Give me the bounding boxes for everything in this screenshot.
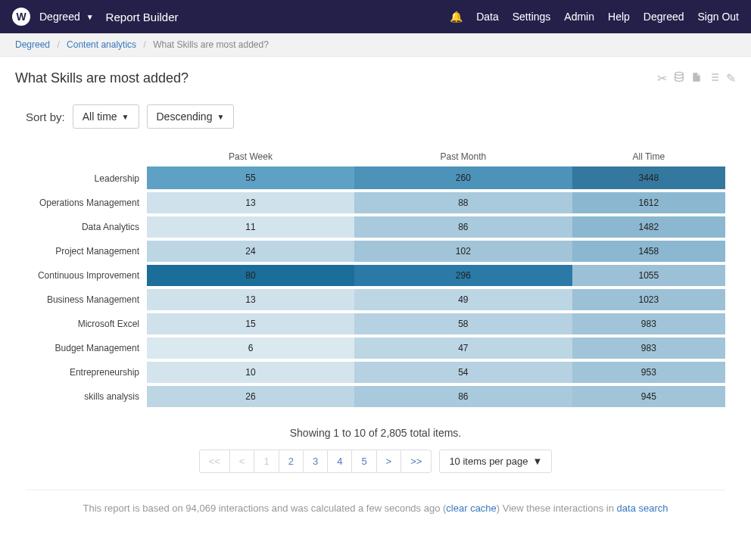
heatmap-cell[interactable]: 3448 (572, 166, 725, 191)
table-row: Microsoft Excel1558983 (26, 312, 725, 336)
brand-dropdown[interactable]: Degreed ▼ (39, 11, 94, 23)
heatmap-cell[interactable]: 10 (147, 360, 354, 384)
breadcrumb-item-3: What Skills are most added? (153, 39, 269, 50)
items-per-page-select[interactable]: 10 items per page ▼ (439, 450, 552, 473)
breadcrumb: Degreed / Content analytics / What Skill… (0, 33, 751, 57)
brand-label: Degreed (39, 11, 80, 23)
column-header: Past Month (354, 147, 572, 166)
heatmap-cell[interactable]: 88 (354, 191, 572, 215)
top-nav: 🔔 Data Settings Admin Help Degreed Sign … (450, 11, 739, 23)
heatmap-cell[interactable]: 1482 (572, 215, 725, 239)
sort-direction-select[interactable]: Descending ▼ (147, 104, 235, 129)
breadcrumb-item-1[interactable]: Degreed (15, 39, 50, 50)
heatmap-cell[interactable]: 6 (147, 336, 354, 360)
heatmap-cell[interactable]: 11 (147, 215, 354, 239)
nav-data[interactable]: Data (476, 11, 499, 23)
heatmap-cell[interactable]: 13 (147, 191, 354, 215)
brand-logo[interactable]: W (12, 8, 30, 26)
page-5-button[interactable]: 5 (351, 450, 376, 473)
heatmap-cell[interactable]: 58 (354, 312, 572, 336)
topbar: W Degreed ▼ Report Builder 🔔 Data Settin… (0, 0, 751, 33)
page-prev-button[interactable]: < (229, 450, 255, 473)
page-2-button[interactable]: 2 (279, 450, 304, 473)
caret-down-icon: ▼ (532, 456, 542, 467)
page-next-button[interactable]: > (376, 450, 402, 473)
document-icon[interactable] (691, 71, 702, 86)
nav-signout[interactable]: Sign Out (698, 11, 739, 23)
heatmap-cell[interactable]: 47 (354, 336, 572, 360)
clear-cache-link[interactable]: clear cache (446, 502, 496, 514)
row-label: Operations Management (26, 191, 147, 215)
heatmap-cell[interactable]: 102 (354, 239, 572, 263)
row-label: Budget Management (26, 336, 147, 360)
breadcrumb-item-2[interactable]: Content analytics (67, 39, 136, 50)
nav-admin[interactable]: Admin (564, 11, 594, 23)
app-title: Report Builder (106, 11, 179, 23)
heatmap-cell[interactable]: 983 (572, 336, 725, 360)
table-row: Operations Management13881612 (26, 191, 725, 215)
page-last-button[interactable]: >> (400, 450, 432, 473)
page-1-button[interactable]: 1 (254, 450, 279, 473)
sort-field-value: All time (83, 110, 117, 123)
heatmap-cell[interactable]: 86 (354, 215, 572, 239)
page-3-button[interactable]: 3 (303, 450, 328, 473)
heatmap-cell[interactable]: 24 (147, 239, 354, 263)
heatmap-cell[interactable]: 26 (147, 384, 354, 409)
table-row: Project Management241021458 (26, 239, 725, 263)
scissors-icon[interactable]: ✂ (657, 71, 667, 86)
heatmap-cell[interactable]: 86 (354, 384, 572, 409)
row-label: skills analysis (26, 384, 147, 409)
report-toolbar: ✂ ✎ (657, 71, 736, 86)
heatmap-cell[interactable]: 80 (147, 263, 354, 288)
heatmap-cell[interactable]: 296 (354, 263, 572, 288)
nav-degreed[interactable]: Degreed (643, 11, 684, 23)
column-header: All Time (572, 147, 725, 166)
table-row: Business Management13491023 (26, 288, 725, 312)
heatmap-cell[interactable]: 55 (147, 166, 354, 191)
sort-label: Sort by: (26, 110, 65, 123)
heatmap-cell[interactable]: 1023 (572, 288, 725, 312)
table-row: skills analysis2686945 (26, 384, 725, 409)
sort-controls: Sort by: All time ▼ Descending ▼ (15, 104, 736, 129)
heatmap-cell[interactable]: 953 (572, 360, 725, 384)
caret-down-icon: ▼ (217, 113, 224, 121)
items-per-page-value: 10 items per page (449, 456, 528, 467)
table-row: Data Analytics11861482 (26, 215, 725, 239)
heatmap-table: Past WeekPast MonthAll TimeLeadership552… (26, 147, 725, 410)
page-first-button[interactable]: << (199, 450, 230, 473)
heatmap-cell[interactable]: 54 (354, 360, 572, 384)
row-label: Entrepreneurship (26, 360, 147, 384)
heatmap-cell[interactable]: 1055 (572, 263, 725, 288)
heatmap-cell[interactable]: 945 (572, 384, 725, 409)
caret-down-icon: ▼ (86, 13, 94, 21)
column-header: Past Week (147, 147, 354, 166)
nav-settings[interactable]: Settings (513, 11, 551, 23)
heatmap-cell[interactable]: 1458 (572, 239, 725, 263)
page-title: What Skills are most added? (15, 70, 189, 86)
row-label: Project Management (26, 239, 147, 263)
pagination: << < 1 2 3 4 5 > >> 10 items per page ▼ (15, 450, 736, 473)
heatmap-cell[interactable]: 13 (147, 288, 354, 312)
sort-field-select[interactable]: All time ▼ (73, 104, 139, 129)
database-icon[interactable] (673, 71, 685, 86)
data-search-link[interactable]: data search (617, 502, 668, 514)
list-icon[interactable] (708, 71, 720, 86)
row-label: Leadership (26, 166, 147, 191)
breadcrumb-separator: / (143, 39, 145, 50)
caret-down-icon: ▼ (122, 113, 129, 121)
heatmap-cell[interactable]: 15 (147, 312, 354, 336)
table-row: Budget Management647983 (26, 336, 725, 360)
heatmap-cell[interactable]: 260 (354, 166, 572, 191)
table-row: Entrepreneurship1054953 (26, 360, 725, 384)
bell-icon[interactable]: 🔔 (450, 11, 463, 23)
pencil-icon[interactable]: ✎ (726, 71, 736, 86)
heatmap-cell[interactable]: 1612 (572, 191, 725, 215)
heatmap-cell[interactable]: 49 (354, 288, 572, 312)
heatmap-cell[interactable]: 983 (572, 312, 725, 336)
pagination-summary: Showing 1 to 10 of 2,805 total items. (15, 427, 736, 439)
table-row: Continuous Improvement802961055 (26, 263, 725, 288)
nav-help[interactable]: Help (608, 11, 630, 23)
page-4-button[interactable]: 4 (327, 450, 352, 473)
header-row: What Skills are most added? ✂ ✎ (15, 70, 736, 86)
sort-direction-value: Descending (157, 110, 213, 123)
